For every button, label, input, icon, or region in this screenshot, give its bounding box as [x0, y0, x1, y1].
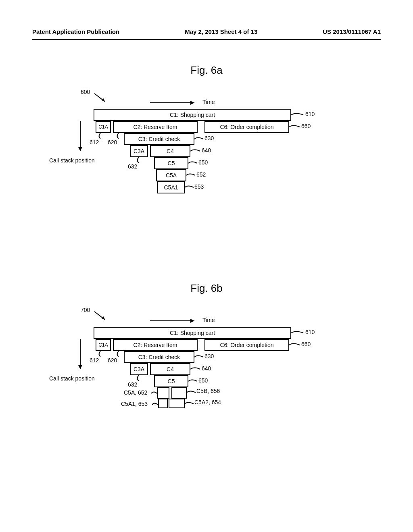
box-c5a2-b [169, 399, 185, 408]
time-arrow-b [150, 318, 198, 324]
tick-610-icon [291, 112, 305, 118]
tick-c5b656-icon [187, 390, 196, 395]
tick-c5a652-icon [151, 391, 158, 396]
tick-632-icon [136, 157, 142, 164]
box-c1: C1: Shopping cart [94, 109, 291, 121]
fig-6a-title: Fig. 6a [32, 64, 381, 77]
ref-700: 700 [81, 307, 90, 313]
tick-620-icon [116, 133, 121, 139]
fig-6b-title: Fig. 6b [32, 282, 381, 295]
tick-653-icon [185, 185, 195, 190]
ref-632-b: 632 [128, 381, 137, 388]
box-c5a1: C5A1 [157, 181, 185, 193]
ref-600: 600 [81, 89, 90, 95]
tick-650-icon [188, 160, 198, 166]
time-label: Time [202, 99, 215, 105]
stack-label: Call stack position [49, 157, 95, 164]
tick-612-icon [98, 133, 103, 139]
ref-612: 612 [90, 139, 99, 145]
box-c3a: C3A [130, 145, 148, 157]
ref-620-b: 620 [108, 357, 117, 364]
ref-630: 630 [204, 135, 214, 141]
header-mid: May 2, 2013 Sheet 4 of 13 [185, 28, 257, 35]
ref-660-b: 660 [301, 341, 311, 347]
box-c5b-b [171, 387, 187, 399]
tick-610b-icon [291, 330, 305, 336]
ref-700-arrow-icon [94, 311, 110, 323]
header-rule [32, 39, 381, 40]
box-c5a1-b [158, 399, 168, 408]
stack-label-b: Call stack position [49, 375, 95, 382]
box-c2-b: C2: Reserve Item [113, 339, 198, 351]
tick-632b-icon [136, 375, 142, 382]
ref-640-b: 640 [202, 365, 211, 372]
ref-c5a-652: C5A, 652 [124, 389, 147, 396]
box-c5-b: C5 [154, 375, 188, 387]
box-c3-b: C3: Credit check [124, 351, 194, 363]
box-c4-b: C4 [150, 363, 190, 375]
stack-arrow [77, 121, 83, 155]
tick-660b-icon [289, 342, 301, 348]
ref-640: 640 [202, 147, 211, 154]
ref-632: 632 [128, 163, 137, 170]
tick-630b-icon [194, 354, 204, 360]
tick-630-icon [194, 136, 204, 142]
tick-640b-icon [190, 366, 202, 372]
ref-c5b-656: C5B, 656 [196, 388, 220, 394]
ref-652: 652 [196, 171, 206, 178]
tick-620b-icon [116, 351, 121, 357]
box-c2: C2: Reserve Item [113, 121, 198, 133]
box-c5a: C5A [156, 169, 186, 181]
ref-610: 610 [305, 111, 315, 117]
figure-6a: 600 Time Call stack position C1: Shoppin… [33, 89, 380, 234]
tick-660-icon [289, 124, 301, 130]
figure-6b: 700 Time Call stack position C1: Shoppin… [33, 307, 380, 460]
tick-c5a1653-icon [152, 402, 159, 407]
box-c3a-b: C3A [130, 363, 148, 375]
box-c3: C3: Credit check [124, 133, 194, 145]
tick-650b-icon [188, 378, 198, 384]
time-arrow [150, 100, 198, 106]
box-c5a-b [157, 387, 169, 399]
box-c6-b: C6: Order completion [204, 339, 289, 351]
tick-612b-icon [98, 351, 103, 357]
stack-arrow-b [77, 339, 83, 373]
box-c1a: C1A [96, 121, 111, 133]
ref-600-arrow-icon [94, 93, 110, 105]
header-right: US 2013/0111067 A1 [323, 28, 381, 35]
time-label-b: Time [202, 317, 215, 323]
ref-620: 620 [108, 139, 117, 145]
ref-660: 660 [301, 123, 311, 129]
ref-650-b: 650 [198, 377, 208, 384]
box-c1-b: C1: Shopping cart [94, 327, 291, 339]
ref-c5a2-654: C5A2, 654 [194, 399, 221, 405]
tick-c5a2654-icon [185, 401, 194, 407]
ref-610-b: 610 [305, 329, 315, 335]
header-left: Patent Application Publication [32, 28, 119, 35]
ref-c5a1-653: C5A1, 653 [121, 401, 148, 407]
ref-653: 653 [194, 183, 204, 190]
tick-652-icon [186, 172, 196, 178]
page-header: Patent Application Publication May 2, 20… [32, 28, 381, 35]
box-c1a-b: C1A [96, 339, 111, 351]
ref-630-b: 630 [204, 353, 214, 360]
ref-612-b: 612 [90, 357, 99, 364]
box-c4: C4 [150, 145, 190, 157]
box-c6: C6: Order completion [204, 121, 289, 133]
tick-640-icon [190, 148, 202, 154]
box-c5: C5 [154, 157, 188, 169]
ref-650: 650 [198, 159, 208, 166]
